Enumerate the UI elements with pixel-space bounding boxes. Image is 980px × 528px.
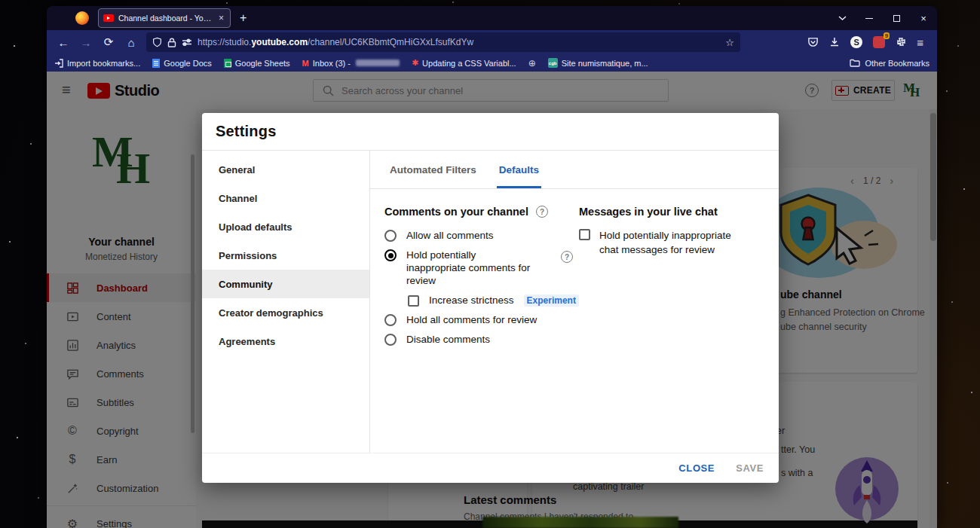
dialog-title: Settings (216, 123, 277, 140)
globe-icon: ⊕ (528, 58, 536, 69)
home-button[interactable]: ⌂ (121, 32, 142, 52)
permissions-icon[interactable] (182, 38, 192, 46)
lock-icon[interactable] (167, 38, 176, 47)
settings-nav-upload-defaults[interactable]: Upload defaults (202, 212, 369, 241)
maximize-button[interactable] (883, 6, 910, 30)
settings-pane: Automated Filters Defaults Comments on y… (369, 151, 779, 453)
bookmark-google-sheets[interactable]: Google Sheets (224, 59, 290, 68)
defaults-content: Comments on your channel ? Allow all com… (370, 189, 779, 453)
firefox-icon[interactable] (75, 11, 89, 25)
settings-nav-permissions[interactable]: Permissions (202, 241, 369, 270)
back-button[interactable]: ← (53, 32, 74, 52)
forward-button[interactable]: → (75, 32, 96, 52)
option-label: Allow all comments (406, 229, 494, 242)
url-path: /channel/UC6KBbmtQmHiGXxLfsufKdYw (308, 37, 473, 47)
bookmarks-bar: Import bookmarks... Google Docs Google S… (47, 54, 937, 72)
bookmark-inbox[interactable]: M Inbox (3) - (302, 59, 400, 68)
close-icon: × (920, 13, 926, 24)
dialog-body: General Channel Upload defaults Permissi… (202, 151, 779, 453)
comments-section: Comments on your channel ? Allow all com… (384, 206, 579, 453)
browser-tab[interactable]: Channel dashboard - YouTube × (98, 8, 231, 28)
page-content: ≡ Studio Search across your channel ? CR… (47, 72, 937, 528)
bookmark-import[interactable]: Import bookmarks... (54, 59, 140, 68)
downloads-icon[interactable] (829, 37, 840, 47)
browser-titlebar: Channel dashboard - YouTube × + × (47, 6, 937, 30)
bookmark-label: Google Docs (164, 59, 212, 68)
checkbox-icon[interactable] (579, 229, 590, 240)
google-docs-icon (152, 59, 160, 68)
dialog-footer: CLOSE SAVE (202, 453, 779, 483)
radio-selected-icon[interactable] (384, 249, 397, 261)
asterisk-icon: ✱ (412, 58, 418, 68)
tab-title: Channel dashboard - YouTube (118, 14, 213, 23)
app-menu-icon[interactable]: ≡ (917, 36, 923, 49)
bookmark-numismatique[interactable]: cgb Site numismatique, m... (548, 58, 648, 68)
redacted-text (356, 60, 400, 66)
browser-window: Channel dashboard - YouTube × + × ← → ⟳ … (47, 6, 937, 528)
save-button[interactable]: SAVE (736, 462, 764, 474)
radio-icon[interactable] (384, 334, 397, 346)
checkbox-icon[interactable] (408, 295, 419, 307)
option-label: Hold potentially inappropriate comments … (406, 249, 536, 287)
new-tab-button[interactable]: + (240, 11, 247, 25)
tab-automated-filters[interactable]: Automated Filters (378, 151, 488, 188)
adblock-extension-icon[interactable]: 9 (873, 36, 885, 48)
extension-s-icon[interactable]: S (850, 36, 862, 48)
experiment-badge: Experiment (524, 295, 579, 307)
cgb-icon: cgb (548, 58, 558, 68)
tracking-shield-icon[interactable] (152, 37, 162, 47)
option-increase-strictness[interactable]: Increase strictness Experiment (408, 294, 579, 307)
url-domain: youtube.com (251, 37, 308, 47)
youtube-favicon (103, 14, 114, 22)
url-prefix: https://studio. (198, 37, 251, 47)
wallpaper-stars (0, 0, 2, 2)
settings-nav: General Channel Upload defaults Permissi… (202, 151, 369, 453)
settings-nav-creator-demographics[interactable]: Creator demographics (202, 298, 369, 327)
settings-nav-channel[interactable]: Channel (202, 184, 369, 212)
bookmark-google-docs[interactable]: Google Docs (152, 59, 212, 68)
help-icon[interactable]: ? (536, 206, 548, 218)
bookmark-globe[interactable]: ⊕ (528, 58, 536, 69)
bookmark-star-icon[interactable]: ☆ (725, 37, 734, 48)
option-hold-inappropriate[interactable]: Hold potentially inappropriate comments … (384, 249, 579, 287)
option-allow-all-comments[interactable]: Allow all comments (384, 229, 579, 242)
radio-icon[interactable] (384, 314, 397, 326)
bookmark-label: Site numismatique, m... (562, 59, 648, 68)
option-label: Hold all comments for review (406, 313, 537, 326)
tab-defaults[interactable]: Defaults (488, 151, 550, 188)
dialog-header: Settings (202, 113, 779, 151)
import-icon (54, 59, 63, 68)
s-letter: S (850, 36, 862, 48)
bookmark-label: Import bookmarks... (67, 59, 140, 68)
tab-close-icon[interactable]: × (217, 13, 225, 23)
url-bar[interactable]: https://studio.youtube.com/channel/UC6KB… (146, 32, 740, 52)
reload-button[interactable]: ⟳ (98, 32, 119, 52)
settings-nav-community[interactable]: Community (202, 270, 369, 298)
tab-overflow-button[interactable] (828, 6, 856, 30)
gmail-icon: M (302, 59, 309, 68)
chat-option-label: Hold potentially inappropriate chat mess… (599, 228, 750, 257)
extensions-icon[interactable] (896, 37, 906, 47)
bookmark-label: Updating a CSS Variabl... (422, 59, 516, 68)
option-hold-all-comments[interactable]: Hold all comments for review (384, 313, 579, 326)
help-icon[interactable]: ? (561, 251, 573, 263)
extension-badge: 9 (884, 32, 890, 39)
bookmark-css-variable[interactable]: ✱ Updating a CSS Variabl... (412, 58, 516, 68)
bookmark-label: Google Sheets (235, 59, 290, 68)
maximize-icon (893, 15, 900, 22)
bookmark-label: Inbox (3) - (313, 59, 351, 68)
url-text[interactable]: https://studio.youtube.com/channel/UC6KB… (198, 37, 720, 47)
settings-nav-agreements[interactable]: Agreements (202, 327, 369, 356)
close-window-button[interactable]: × (910, 6, 937, 30)
other-bookmarks-label: Other Bookmarks (865, 59, 929, 68)
option-disable-comments[interactable]: Disable comments (384, 333, 579, 346)
radio-icon[interactable] (384, 230, 397, 242)
other-bookmarks-button[interactable]: Other Bookmarks (850, 59, 929, 68)
option-hold-chat-messages[interactable]: Hold potentially inappropriate chat mess… (579, 228, 761, 257)
pocket-icon[interactable] (807, 37, 819, 47)
settings-nav-general[interactable]: General (202, 155, 369, 184)
live-chat-section: Messages in your live chat Hold potentia… (579, 206, 761, 453)
close-button[interactable]: CLOSE (678, 462, 715, 474)
google-sheets-icon (224, 59, 231, 68)
minimize-button[interactable] (856, 6, 883, 30)
